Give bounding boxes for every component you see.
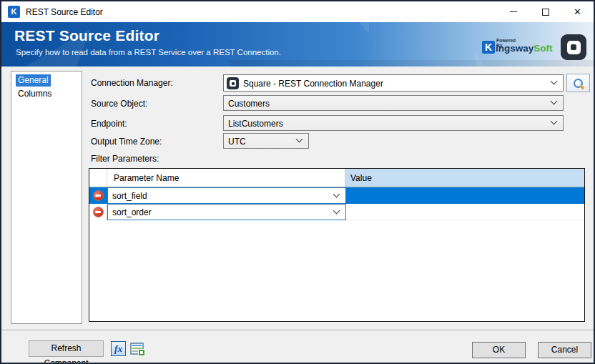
app-icon: K	[8, 6, 20, 18]
parameter-name-dropdown[interactable]: sort_field	[107, 187, 346, 204]
parameter-value-cell[interactable]	[345, 204, 584, 220]
search-icon	[574, 79, 583, 88]
table-row: sort_field	[89, 187, 584, 204]
kingswaysoft-wordmark: ingswaySoft	[496, 43, 553, 54]
maximize-button[interactable]	[529, 1, 561, 22]
chevron-down-icon	[551, 118, 558, 125]
sidebar-nav: General Columns	[11, 71, 82, 324]
kingswaysoft-k-icon: K	[482, 41, 495, 54]
source-object-label: Source Object:	[91, 99, 147, 109]
preview-data-button[interactable]	[129, 341, 144, 356]
rest-source-editor-dialog: K REST Source Editor ✕ REST Source Edito…	[0, 0, 595, 364]
table-rows: sort_field sort_order	[89, 187, 584, 220]
square-logo-icon	[561, 34, 586, 60]
expression-editor-button[interactable]: fx	[111, 341, 126, 356]
connection-manager-label: Connection Manager:	[91, 78, 173, 88]
endpoint-value: ListCustomers	[228, 119, 283, 129]
remove-row-cell	[89, 204, 107, 220]
filter-parameters-table: Parameter Name Value sort_field so	[89, 168, 585, 322]
sidebar-item-general[interactable]: General	[16, 74, 51, 87]
close-icon: ✕	[574, 1, 581, 22]
remove-row-icon[interactable]	[93, 190, 104, 201]
table-header-row: Parameter Name Value	[89, 169, 584, 187]
endpoint-label: Endpoint:	[91, 119, 127, 129]
footer-divider	[1, 330, 594, 331]
output-time-zone-label: Output Time Zone:	[91, 137, 162, 147]
maximize-icon	[542, 9, 549, 16]
sidebar-item-columns[interactable]: Columns	[16, 88, 54, 100]
connection-manager-value: Square - REST Connection Manager	[243, 79, 383, 89]
parameter-name-dropdown[interactable]: sort_order	[107, 204, 346, 220]
source-object-value: Customers	[228, 99, 270, 109]
dialog-header: REST Source Editor Specify how to read d…	[1, 22, 594, 67]
chevron-down-icon	[551, 98, 558, 105]
table-row: sort_order	[89, 204, 584, 220]
ok-button[interactable]: OK	[472, 342, 526, 358]
square-connection-icon	[227, 77, 239, 89]
chevron-down-icon	[551, 78, 558, 85]
parameter-name-value: sort_field	[112, 191, 147, 201]
chevron-down-icon	[333, 207, 340, 214]
filter-parameters-label: Filter Parameters:	[91, 154, 159, 164]
minimize-button[interactable]	[497, 1, 529, 22]
chevron-down-icon	[296, 136, 303, 143]
refresh-component-button[interactable]: Refresh Component	[29, 340, 104, 357]
window-title: REST Source Editor	[26, 7, 103, 17]
remove-row-icon[interactable]	[93, 207, 104, 217]
fx-icon: fx	[114, 343, 122, 354]
value-column-header: Value	[345, 169, 584, 187]
parameter-name-cell: sort_order	[107, 204, 345, 220]
remove-column-header	[89, 169, 107, 187]
chevron-down-icon	[333, 190, 340, 197]
browse-connection-button[interactable]	[566, 74, 590, 92]
remove-row-cell	[89, 187, 107, 204]
output-time-zone-value: UTC	[228, 137, 246, 147]
parameter-name-column-header: Parameter Name	[107, 169, 345, 187]
page-subtitle: Specify how to read data from a REST Ser…	[16, 48, 281, 56]
parameter-value-cell[interactable]	[345, 187, 584, 204]
minimize-icon	[510, 11, 517, 12]
close-button[interactable]: ✕	[561, 1, 594, 22]
cancel-button[interactable]: Cancel	[538, 342, 591, 358]
window-controls: ✕	[497, 1, 594, 22]
parameter-name-value: sort_order	[112, 207, 152, 217]
source-object-dropdown[interactable]: Customers	[223, 95, 564, 111]
preview-grid-icon	[130, 343, 144, 355]
parameter-name-cell: sort_field	[107, 187, 345, 204]
title-bar: K REST Source Editor ✕	[1, 1, 594, 22]
page-title: REST Source Editor	[14, 27, 159, 44]
connection-manager-dropdown[interactable]: Square - REST Connection Manager	[223, 74, 564, 92]
endpoint-dropdown[interactable]: ListCustomers	[223, 115, 564, 131]
output-time-zone-dropdown[interactable]: UTC	[223, 133, 309, 149]
